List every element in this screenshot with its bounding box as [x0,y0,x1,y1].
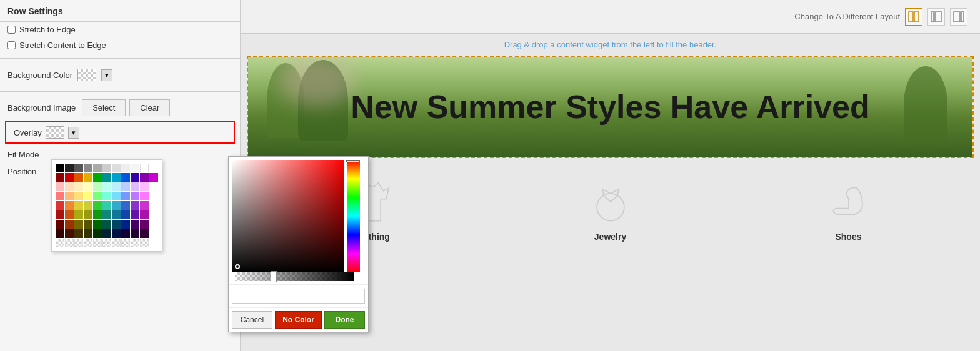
color-cell[interactable] [112,201,121,210]
color-cell[interactable] [56,182,64,191]
color-cell[interactable] [84,201,92,210]
color-cell[interactable] [84,164,92,172]
color-cell[interactable] [56,201,64,210]
color-cell[interactable] [84,220,92,229]
color-cell[interactable] [131,164,139,172]
color-cell[interactable] [140,210,149,219]
color-cell[interactable] [93,210,102,219]
color-cell[interactable] [112,229,121,238]
bg-color-dropdown[interactable]: ▾ [101,69,112,81]
color-cell[interactable] [112,173,121,182]
color-cell[interactable] [84,182,92,191]
color-white[interactable] [140,164,149,172]
color-cell[interactable] [84,229,92,238]
color-cell[interactable] [121,192,130,200]
color-cell[interactable] [140,229,149,238]
transparent-cell[interactable] [102,239,111,247]
color-cell[interactable] [93,220,102,229]
color-cell[interactable] [65,173,74,182]
overlay-dropdown[interactable]: ▾ [68,127,79,139]
bg-color-swatch[interactable] [78,69,96,81]
layout-icon-2[interactable] [928,8,945,26]
select-button[interactable]: Select [82,99,126,116]
hue-bar[interactable] [348,160,360,272]
color-cell[interactable] [140,192,149,200]
color-gradient-area[interactable] [232,160,344,272]
transparent-cell[interactable] [93,239,102,247]
color-cell[interactable] [56,229,64,238]
color-cell[interactable] [65,192,74,200]
color-cell[interactable] [84,192,92,200]
cancel-button[interactable]: Cancel [232,311,272,329]
color-cell[interactable] [121,173,130,182]
color-cell[interactable] [74,229,83,238]
color-cell[interactable] [74,201,83,210]
color-cell[interactable] [112,210,121,219]
layout-icon-1[interactable] [905,8,922,26]
overlay-swatch[interactable] [46,126,64,139]
color-cell[interactable] [102,173,111,182]
hue-handle[interactable] [346,160,360,162]
stretch-content-checkbox[interactable] [8,41,16,49]
color-cell[interactable] [131,192,139,200]
color-cell[interactable] [112,164,121,172]
color-cell[interactable] [74,173,83,182]
color-cell[interactable] [131,210,139,219]
color-cell[interactable] [65,164,74,172]
color-cell[interactable] [56,192,64,200]
transparent-cell[interactable] [121,239,130,247]
color-cell[interactable] [140,220,149,229]
color-cell[interactable] [56,173,64,182]
color-cell[interactable] [121,182,130,191]
gradient-handle[interactable] [235,264,240,269]
color-cell[interactable] [149,173,158,182]
color-cell[interactable] [140,173,149,182]
color-cell[interactable] [131,182,139,191]
color-cell[interactable] [112,220,121,229]
transparent-cell[interactable] [74,239,83,247]
clear-button[interactable]: Clear [129,99,170,116]
color-cell[interactable] [65,229,74,238]
transparent-cell[interactable] [140,239,149,247]
color-value-input[interactable]: rgba(0, 0, 0, 0.12) [232,289,365,304]
color-cell[interactable] [102,229,111,238]
layout-icon-3[interactable] [950,8,968,26]
color-cell[interactable] [131,229,139,238]
color-cell[interactable] [56,210,64,219]
color-cell[interactable] [93,164,102,172]
color-cell[interactable] [121,164,130,172]
color-cell[interactable] [65,182,74,191]
color-cell[interactable] [121,229,130,238]
color-cell[interactable] [112,192,121,200]
color-cell[interactable] [102,210,111,219]
color-cell[interactable] [93,182,102,191]
stretch-to-edge-checkbox[interactable] [8,26,16,34]
color-cell[interactable] [102,220,111,229]
opacity-handle[interactable] [271,271,277,282]
color-cell[interactable] [84,210,92,219]
color-black[interactable] [56,164,64,172]
color-cell[interactable] [65,220,74,229]
color-cell[interactable] [65,210,74,219]
color-cell[interactable] [102,182,111,191]
color-cell[interactable] [74,210,83,219]
opacity-track[interactable] [235,272,354,281]
color-cell[interactable] [121,201,130,210]
color-cell[interactable] [93,192,102,200]
color-cell[interactable] [112,182,121,191]
transparent-cell[interactable] [131,239,139,247]
color-cell[interactable] [102,192,111,200]
color-cell[interactable] [65,201,74,210]
color-cell[interactable] [74,182,83,191]
color-cell[interactable] [140,201,149,210]
no-color-button[interactable]: No Color [275,311,322,329]
transparent-cell[interactable] [84,239,92,247]
color-cell[interactable] [84,173,92,182]
color-cell[interactable] [140,182,149,191]
done-button[interactable]: Done [324,311,365,329]
color-cell[interactable] [74,220,83,229]
transparent-cell[interactable] [112,239,121,247]
color-cell[interactable] [102,164,111,172]
color-cell[interactable] [121,220,130,229]
color-cell[interactable] [131,173,139,182]
